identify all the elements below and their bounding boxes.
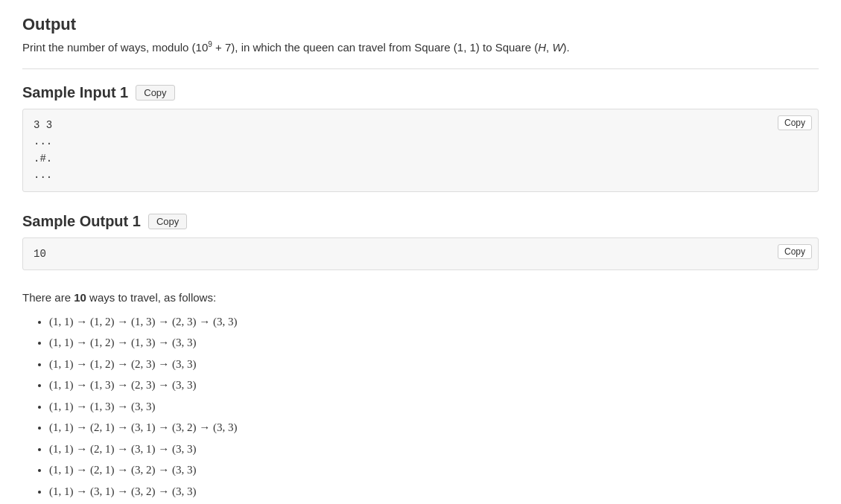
copy-sample-input-1-block-button[interactable]: Copy bbox=[778, 115, 812, 130]
sample-input-1-title: Sample Input 1 bbox=[22, 84, 128, 101]
list-item: (1, 1) → (1, 3) → (2, 3) → (3, 3) bbox=[49, 374, 819, 396]
sample-output-1-value: 10 bbox=[34, 248, 46, 260]
sample-output-1-block: 10 Copy bbox=[22, 237, 819, 270]
copy-sample-output-1-block-button[interactable]: Copy bbox=[778, 244, 812, 259]
list-item: (1, 1) → (2, 1) → (3, 1) → (3, 3) bbox=[49, 438, 819, 460]
explanation-intro: There are 10 ways to travel, as follows: bbox=[22, 291, 819, 304]
list-item: (1, 1) → (2, 1) → (3, 1) → (3, 2) → (3, … bbox=[49, 417, 819, 438]
sample-input-1-section: Sample Input 1 Copy 3 3....#.... Copy bbox=[22, 84, 819, 192]
sample-input-1-header: Sample Input 1 Copy bbox=[22, 84, 819, 101]
sample-input-1-content: 3 3....#.... bbox=[34, 119, 52, 181]
sample-output-1-section: Sample Output 1 Copy 10 Copy bbox=[22, 213, 819, 270]
list-item: (1, 1) → (1, 2) → (1, 3) → (3, 3) bbox=[49, 332, 819, 354]
list-item: (1, 1) → (2, 1) → (3, 2) → (3, 3) bbox=[49, 459, 819, 481]
list-item: (1, 1) → (3, 1) → (3, 2) → (3, 3) bbox=[49, 481, 819, 503]
copy-sample-output-1-header-button[interactable]: Copy bbox=[148, 214, 187, 229]
output-description: Print the number of ways, modulo (109 + … bbox=[22, 40, 819, 54]
divider bbox=[22, 68, 819, 69]
list-item: (1, 1) → (1, 2) → (2, 3) → (3, 3) bbox=[49, 354, 819, 375]
sample-output-1-title: Sample Output 1 bbox=[22, 213, 141, 230]
list-item: (1, 1) → (1, 3) → (3, 3) bbox=[49, 396, 819, 418]
list-item: (1, 1) → (1, 2) → (1, 3) → (2, 3) → (3, … bbox=[49, 311, 819, 333]
travel-paths-list: (1, 1) → (1, 2) → (1, 3) → (2, 3) → (3, … bbox=[22, 311, 819, 504]
sample-output-1-header: Sample Output 1 Copy bbox=[22, 213, 819, 230]
output-title: Output bbox=[22, 15, 819, 34]
copy-sample-input-1-header-button[interactable]: Copy bbox=[136, 85, 174, 101]
explanation-count: 10 bbox=[74, 291, 86, 304]
sample-input-1-block: 3 3....#.... Copy bbox=[22, 109, 819, 192]
explanation-section: There are 10 ways to travel, as follows:… bbox=[22, 291, 819, 504]
